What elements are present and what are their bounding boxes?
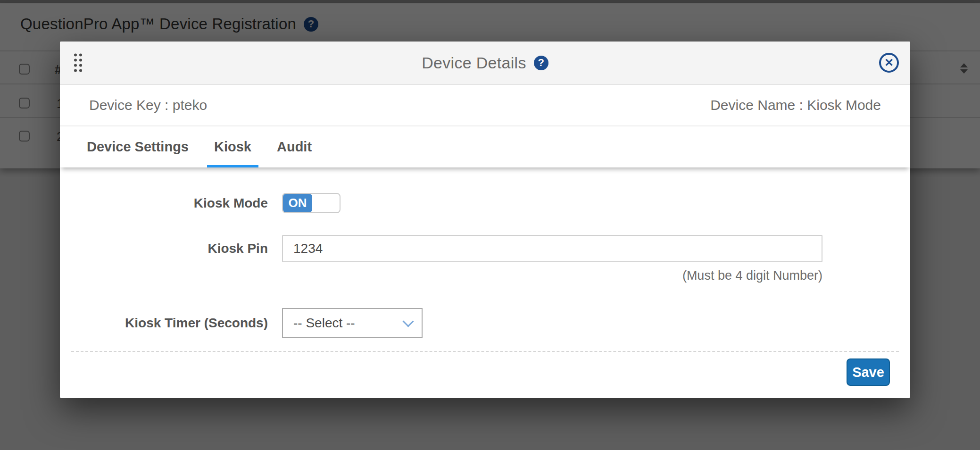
modal-help-icon[interactable]: ? <box>534 56 548 70</box>
kiosk-mode-label: Kiosk Mode <box>60 196 268 211</box>
kiosk-pin-label: Kiosk Pin <box>60 241 268 256</box>
modal-header: Device Details ? ✕ <box>60 42 910 85</box>
device-key-label: Device Key : pteko <box>89 97 207 113</box>
modal-footer: Save <box>60 352 910 386</box>
tab-audit[interactable]: Audit <box>270 126 319 167</box>
kiosk-mode-row: Kiosk Mode ON <box>60 193 910 213</box>
tab-device-settings[interactable]: Device Settings <box>87 126 196 167</box>
kiosk-mode-toggle[interactable]: ON <box>282 193 341 213</box>
close-icon[interactable]: ✕ <box>879 53 899 73</box>
chevron-down-icon <box>402 316 414 327</box>
kiosk-pin-input[interactable] <box>282 235 822 262</box>
save-button[interactable]: Save <box>847 358 890 386</box>
kiosk-timer-selected-value: -- Select -- <box>293 316 355 331</box>
kiosk-pin-helper-text: (Must be 4 digit Number) <box>282 268 822 283</box>
tab-bar: Device Settings Kiosk Audit <box>60 126 910 167</box>
toggle-on-state: ON <box>283 194 312 212</box>
tab-kiosk[interactable]: Kiosk <box>207 126 258 167</box>
device-name-label: Device Name : Kiosk Mode <box>710 97 881 113</box>
kiosk-pin-row: Kiosk Pin <box>60 235 910 262</box>
kiosk-timer-select[interactable]: -- Select -- <box>282 308 423 338</box>
device-details-modal: Device Details ? ✕ Device Key : pteko De… <box>60 42 910 398</box>
drag-handle-icon[interactable] <box>74 54 82 72</box>
kiosk-timer-row: Kiosk Timer (Seconds) -- Select -- <box>60 308 910 338</box>
device-identity-row: Device Key : pteko Device Name : Kiosk M… <box>60 85 910 126</box>
kiosk-tab-panel: Kiosk Mode ON Kiosk Pin (Must be 4 digit… <box>60 167 910 386</box>
kiosk-pin-helper-row: (Must be 4 digit Number) <box>60 268 910 283</box>
kiosk-timer-label: Kiosk Timer (Seconds) <box>60 316 268 331</box>
modal-title: Device Details <box>422 54 526 72</box>
